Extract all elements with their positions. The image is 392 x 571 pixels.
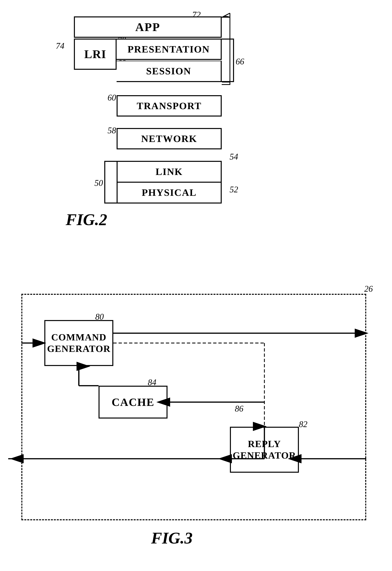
fig3-diagram: 26 COMMANDGENERATOR 80 CACHE 84 86 REPLY… [8,279,383,550]
lri-box: LRI [74,39,116,70]
svg-marker-25 [17,457,21,461]
fig2-label: FIG.2 [66,210,107,229]
fig3-svg [8,279,383,550]
fig3-label: FIG.3 [151,528,193,547]
lri-label: LRI [84,47,106,61]
fig2-svg [33,7,279,228]
fig2-diagram: 72 APP 74 LRI 70 PRESENTATION 68 SESSION… [33,7,279,228]
page: 72 APP 74 LRI 70 PRESENTATION 68 SESSION… [0,0,392,571]
